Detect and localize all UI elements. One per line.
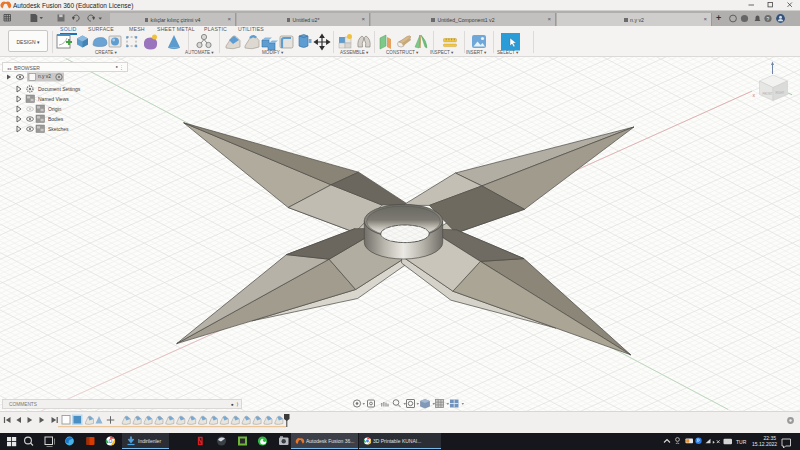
svg-text:FRONT: FRONT: [763, 92, 773, 96]
svg-text:RIGHT: RIGHT: [776, 91, 785, 95]
